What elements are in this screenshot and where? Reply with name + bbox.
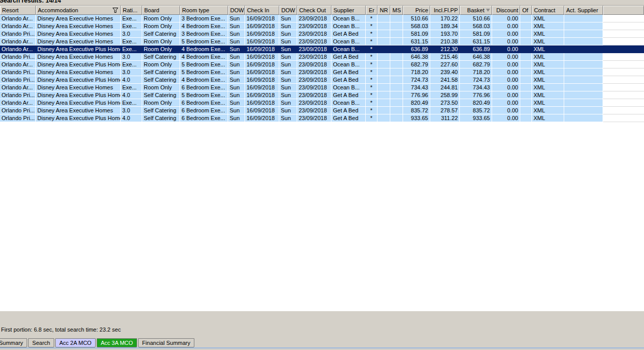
cell-nr <box>377 22 390 30</box>
column-header-dow-out[interactable]: DOW <box>279 6 297 15</box>
column-header-supplier[interactable]: Supplier <box>331 6 366 15</box>
table-row[interactable]: Orlando Pri...Disney Area Executive Home… <box>0 30 644 38</box>
column-header-price[interactable]: Price <box>403 6 430 15</box>
column-header-check-out[interactable]: Check Out <box>297 6 331 15</box>
cell-act-supplier <box>564 68 603 76</box>
cell-supplier: Ocean B... <box>331 84 366 91</box>
cell-of <box>520 114 532 122</box>
search-time-text: First portion: 6.8 sec, total search tim… <box>1 326 121 333</box>
cell-ms <box>390 22 403 30</box>
cell-price: 776.96 <box>403 91 430 99</box>
tab-search[interactable]: Search <box>28 338 54 347</box>
cell-check-in: 16/09/2018 <box>245 30 279 38</box>
table-row[interactable]: Orlando Ar...Disney Area Executive Homes… <box>0 38 644 45</box>
cell-room-type: 3 Bedroom Exe... <box>180 15 228 22</box>
cell-dow-in: Sun <box>228 99 245 107</box>
cell-room-type: 6 Bedroom Exe... <box>180 99 228 107</box>
cell-contract: XML <box>532 107 564 114</box>
table-row[interactable]: Orlando Pri...Disney Area Executive Plus… <box>0 91 644 99</box>
tab-acc-2a-mco[interactable]: Acc 2A MCO <box>55 338 96 347</box>
cell-dow-in: Sun <box>228 15 245 22</box>
cell-nr <box>377 45 390 53</box>
cell-accommodation: Disney Area Executive Homes <box>36 84 121 91</box>
cell-dow-out: Sun <box>279 114 297 122</box>
column-header-dow-in[interactable]: DOW <box>228 6 245 15</box>
cell-check-out: 23/09/2018 <box>297 38 331 45</box>
table-row[interactable]: Orlando Ar...Disney Area Executive Homes… <box>0 15 644 22</box>
tab-financial-summary[interactable]: Financial Summary <box>138 338 194 347</box>
cell-contract: XML <box>532 38 564 45</box>
cell-price: 510.66 <box>403 15 430 22</box>
cell-rating: Exe... <box>121 22 142 30</box>
cell-nr <box>377 61 390 68</box>
table-row[interactable]: Orlando Pri...Disney Area Executive Home… <box>0 68 644 76</box>
cell-incl-fl-pp: 210.38 <box>430 38 460 45</box>
column-header-discount[interactable]: Discount <box>492 6 520 15</box>
table-row[interactable]: Orlando Ar...Disney Area Executive Plus … <box>0 61 644 68</box>
cell-incl-fl-pp: 244.81 <box>430 84 460 91</box>
cell-nr <box>377 114 390 122</box>
table-row[interactable]: Orlando Pri...Disney Area Executive Home… <box>0 53 644 61</box>
cell-basket: 724.73 <box>460 76 492 84</box>
table-row[interactable]: Orlando Ar...Disney Area Executive Homes… <box>0 22 644 30</box>
cell-contract: XML <box>532 61 564 68</box>
table-row[interactable]: Orlando Pri...Disney Area Executive Plus… <box>0 76 644 84</box>
tab-summary[interactable]: Summary <box>0 338 27 347</box>
cell-contract: XML <box>532 22 564 30</box>
column-header-ms[interactable]: MS <box>390 6 403 15</box>
cell-contract: XML <box>532 84 564 91</box>
cell-of <box>520 91 532 99</box>
cell-board: Room Only <box>142 99 180 107</box>
table-row[interactable]: Orlando Ar...Disney Area Executive Homes… <box>0 84 644 91</box>
cell-check-in: 16/09/2018 <box>245 15 279 22</box>
cell-er: * <box>366 91 377 99</box>
table-row-selected[interactable]: Orlando Ar...Disney Area Executive Plus … <box>0 45 644 53</box>
column-header-label: DOW <box>281 7 295 13</box>
cell-contract: XML <box>532 68 564 76</box>
column-header-room-type[interactable]: Room type <box>180 6 228 15</box>
cell-er: * <box>366 76 377 84</box>
filter-icon[interactable] <box>112 7 119 13</box>
column-header-rating[interactable]: Rati... <box>121 6 142 15</box>
column-header-act-supplier[interactable]: Act. Supplier <box>564 6 603 15</box>
column-header-of[interactable]: Of <box>520 6 532 15</box>
cell-room-type: 5 Bedroom Exe... <box>180 91 228 99</box>
bottom-panel: First portion: 6.8 sec, total search tim… <box>0 311 644 350</box>
cell-resort: Orlando Ar... <box>0 99 36 107</box>
table-row[interactable]: Orlando Pri...Disney Area Executive Home… <box>0 107 644 114</box>
cell-basket: 835.72 <box>460 107 492 114</box>
cell-incl-fl-pp: 193.70 <box>430 30 460 38</box>
column-header-accommodation[interactable]: Accommodation <box>36 6 121 15</box>
tab-acc-3a-mco[interactable]: Acc 3A MCO <box>97 338 137 347</box>
cell-of <box>520 45 532 53</box>
cell-er: * <box>366 45 377 53</box>
cell-dow-out: Sun <box>279 99 297 107</box>
cell-contract: XML <box>532 15 564 22</box>
column-header-basket[interactable]: Basket <box>460 6 492 15</box>
cell-nr <box>377 30 390 38</box>
column-header-nr[interactable]: NR <box>377 6 390 15</box>
cell-nr <box>377 84 390 91</box>
cell-basket: 636.89 <box>460 45 492 53</box>
cell-price: 718.20 <box>403 68 430 76</box>
cell-incl-fl-pp: 241.58 <box>430 76 460 84</box>
table-row[interactable]: Orlando Ar...Disney Area Executive Plus … <box>0 99 644 107</box>
cell-resort: Orlando Ar... <box>0 61 36 68</box>
cell-price: 682.79 <box>403 61 430 68</box>
cell-of <box>520 15 532 22</box>
cell-resort: Orlando Pri... <box>0 107 36 114</box>
cell-of <box>520 30 532 38</box>
column-header-contract[interactable]: Contract <box>532 6 564 15</box>
cell-ms <box>390 61 403 68</box>
cell-rating: Exe... <box>121 99 142 107</box>
column-header-incl-fl-pp[interactable]: Incl.Fl.PP <box>430 6 460 15</box>
column-header-er[interactable]: Er <box>366 6 377 15</box>
cell-room-type: 3 Bedroom Exe... <box>180 30 228 38</box>
column-header-resort[interactable]: Resort <box>0 6 36 15</box>
cell-incl-fl-pp: 273.50 <box>430 99 460 107</box>
cell-resort: Orlando Pri... <box>0 114 36 122</box>
column-header-board[interactable]: Board <box>142 6 180 15</box>
column-header-check-in[interactable]: Check In <box>245 6 279 15</box>
table-row[interactable]: Orlando Pri...Disney Area Executive Plus… <box>0 114 644 122</box>
cell-act-supplier <box>564 84 603 91</box>
